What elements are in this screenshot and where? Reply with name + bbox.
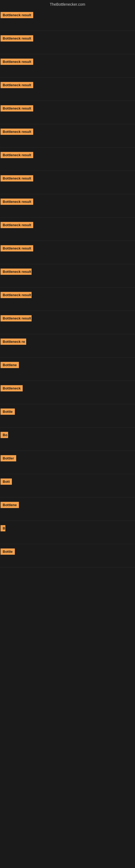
- list-item: Bottleneck result: [0, 31, 135, 54]
- list-item: Bottleneck re: [0, 334, 135, 358]
- list-item: Bottleneck result: [0, 78, 135, 101]
- bottleneck-result-badge[interactable]: Bottleneck result: [1, 82, 33, 88]
- bottleneck-result-badge[interactable]: Bottleneck result: [1, 222, 33, 228]
- bottleneck-result-badge[interactable]: Bottleneck result: [1, 105, 33, 112]
- bottleneck-result-badge[interactable]: Bottleneck result: [1, 245, 33, 251]
- list-item: Bottleneck result: [0, 124, 135, 148]
- bottleneck-result-badge[interactable]: Bottleneck result: [1, 59, 33, 65]
- bottleneck-result-badge[interactable]: Bottleneck: [1, 385, 23, 392]
- bottleneck-result-badge[interactable]: Bottleneck re: [1, 339, 26, 345]
- list-item: Bottleneck result: [0, 8, 135, 31]
- list-item: Bottleneck result: [0, 311, 135, 334]
- bottleneck-result-badge[interactable]: Bottleneck result: [1, 198, 33, 205]
- list-item: Bottleneck result: [0, 287, 135, 311]
- bottleneck-result-badge[interactable]: Bo: [1, 432, 8, 438]
- bottleneck-result-badge[interactable]: Bottleneck result: [1, 315, 32, 321]
- bottleneck-result-badge[interactable]: Bottleneck result: [1, 292, 32, 298]
- list-item: Bottleneck result: [0, 264, 135, 287]
- list-item: Bottleneck result: [0, 194, 135, 218]
- bottleneck-result-badge[interactable]: Bottleneck result: [1, 175, 33, 182]
- bottleneck-result-badge[interactable]: Bottleneck result: [1, 152, 33, 158]
- page-wrapper: TheBottlenecker.com Bottleneck resultBot…: [0, 0, 135, 567]
- rows-container: Bottleneck resultBottleneck resultBottle…: [0, 8, 135, 567]
- bottleneck-result-badge[interactable]: Bottler: [1, 455, 16, 461]
- bottleneck-result-badge[interactable]: Bottle: [1, 549, 15, 555]
- bottleneck-result-badge[interactable]: Bottleneck result: [1, 12, 33, 18]
- bottleneck-result-badge[interactable]: Bottlene: [1, 362, 19, 368]
- list-item: Bottleneck result: [0, 171, 135, 194]
- list-item: Bottleneck result: [0, 148, 135, 171]
- list-item: Bottle: [0, 544, 135, 567]
- list-item: Bottler: [0, 451, 135, 474]
- list-item: Bottleneck result: [0, 241, 135, 264]
- bottleneck-result-badge[interactable]: B: [1, 525, 5, 531]
- bottleneck-result-badge[interactable]: Bottleneck result: [1, 129, 33, 135]
- list-item: B: [0, 521, 135, 544]
- list-item: Bottleneck: [0, 381, 135, 404]
- bottleneck-result-badge[interactable]: Bottlene: [1, 502, 19, 508]
- list-item: Bottle: [0, 404, 135, 428]
- list-item: Bottlene: [0, 358, 135, 381]
- list-item: Bo: [0, 428, 135, 451]
- bottleneck-result-badge[interactable]: Bottle: [1, 408, 15, 415]
- list-item: Bott: [0, 474, 135, 497]
- list-item: Bottleneck result: [0, 54, 135, 78]
- site-title: TheBottlenecker.com: [0, 0, 135, 8]
- list-item: Bottleneck result: [0, 218, 135, 241]
- bottleneck-result-badge[interactable]: Bottleneck result: [1, 35, 33, 41]
- list-item: Bottleneck result: [0, 101, 135, 124]
- list-item: Bottlene: [0, 497, 135, 521]
- bottleneck-result-badge[interactable]: Bottleneck result: [1, 269, 32, 275]
- bottleneck-result-badge[interactable]: Bott: [1, 478, 12, 485]
